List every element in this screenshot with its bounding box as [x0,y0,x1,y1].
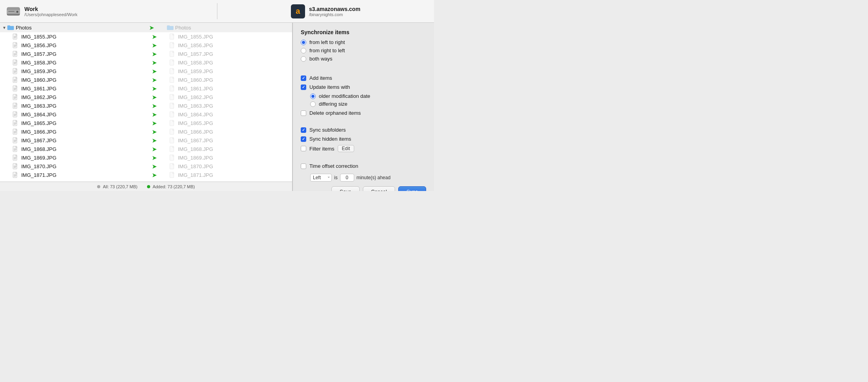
file-row[interactable]: IMG_1860.JPG➤ IMG_1860.JPG [0,75,292,84]
header: Work /Users/johnappleseed/Work a s3.amaz… [0,0,434,23]
radio-older-mod[interactable]: older modification date [310,93,426,99]
file-arrow: ➤ [143,119,166,127]
file-row[interactable]: IMG_1864.JPG➤ IMG_1864.JPG [0,110,292,119]
radio-input-left-to-right[interactable] [301,40,306,45]
time-offset-select[interactable]: Left Right [310,174,332,182]
radio-input-both-ways[interactable] [301,56,306,62]
file-icon-left [13,59,20,66]
arrow-right-icon: ➤ [152,171,157,179]
radio-diff-size[interactable]: differing size [310,101,426,107]
svg-rect-28 [14,72,17,72]
file-name-left: IMG_1858.JPG [21,60,143,66]
svg-rect-9 [14,38,16,38]
file-row[interactable]: IMG_1862.JPG➤ IMG_1862.JPG [0,93,292,101]
radio-both-ways[interactable]: both ways [301,56,426,62]
radio-right-to-left[interactable]: from right to left [301,48,426,53]
file-row[interactable]: IMG_1867.JPG➤ IMG_1867.JPG [0,136,292,145]
svg-rect-49 [14,107,16,107]
file-row[interactable]: IMG_1869.JPG➤ IMG_1869.JPG [0,153,292,162]
svg-rect-83 [14,167,17,167]
file-row[interactable]: IMG_1868.JPG➤ IMG_1868.JPG [0,145,292,153]
checkbox-sync-hidden[interactable]: ✓ Sync hidden items [301,136,426,142]
checkbox-delete-orphaned[interactable]: Delete orphaned items [301,110,426,116]
file-name-right: IMG_1868.JPG [178,146,213,152]
file-name-left: IMG_1862.JPG [21,94,143,100]
file-icon-right [169,120,177,126]
file-icon-right [169,137,177,143]
file-row[interactable]: IMG_1865.JPG➤ IMG_1865.JPG [0,119,292,127]
radio-dot-left-to-right [302,41,305,44]
file-name-right: IMG_1859.JPG [178,68,213,74]
checkbox-label-sync-hidden: Sync hidden items [309,136,351,142]
file-right-section: IMG_1860.JPG [166,77,291,83]
file-row[interactable]: IMG_1859.JPG➤ IMG_1859.JPG [0,67,292,75]
svg-rect-42 [14,97,17,97]
file-row[interactable]: IMG_1858.JPG➤ IMG_1858.JPG [0,58,292,67]
radio-input-right-to-left[interactable] [301,48,306,53]
file-row[interactable]: IMG_1866.JPG➤ IMG_1866.JPG [0,127,292,136]
file-icon-left [13,137,20,143]
file-list[interactable]: ▼ Photos ➤ Photos [0,23,292,182]
file-row[interactable]: IMG_1863.JPG➤ IMG_1863.JPG [0,101,292,110]
file-icon-left [13,51,20,57]
checkbox-box-add-items[interactable]: ✓ [301,75,306,81]
file-icon-left [13,172,20,178]
header-title-left: Work [24,6,77,12]
panel-bottom-buttons: Save Cancel Sync [301,182,426,191]
file-row[interactable]: IMG_1870.JPG➤ IMG_1870.JPG [0,162,292,171]
checkbox-box-delete-orphaned[interactable] [301,110,306,116]
arrow-right-icon: ➤ [152,102,157,110]
checkbox-label-add-items: Add items [309,75,332,81]
file-arrow: ➤ [143,59,166,66]
svg-rect-43 [14,97,17,98]
svg-rect-23 [14,63,17,63]
time-offset-input[interactable] [340,174,354,182]
svg-rect-72 [14,149,17,149]
time-minutes-label: minute(s) ahead [357,175,391,180]
checkbox-box-filter-items[interactable] [301,146,306,151]
filter-items-row: Filter items Edit [301,145,426,152]
radio-left-to-right[interactable]: from left to right [301,39,426,45]
svg-rect-73 [14,149,17,150]
radio-input-older-mod[interactable] [310,94,316,99]
filter-edit-button[interactable]: Edit [338,145,355,152]
checkbox-box-time-offset[interactable] [301,163,306,169]
disclosure-triangle[interactable]: ▼ [2,25,7,30]
checkbox-box-sync-hidden[interactable]: ✓ [301,136,306,142]
checkbox-update-items[interactable]: ✓ Update items with [301,84,426,90]
file-right-section: IMG_1856.JPG [166,42,291,48]
file-arrow: ➤ [143,102,166,110]
file-row[interactable]: IMG_1855.JPG➤ IMG_1855.JPG [0,32,292,41]
arrow-right-icon: ➤ [152,76,157,84]
folder-row[interactable]: ▼ Photos ➤ Photos [0,23,292,32]
file-row[interactable]: IMG_1861.JPG➤ IMG_1861.JPG [0,84,292,93]
file-icon-right [169,103,177,109]
radio-label-right-to-left: from right to left [309,48,345,53]
file-name-right: IMG_1864.JPG [178,112,213,118]
svg-rect-53 [14,115,17,115]
file-name-right: IMG_1856.JPG [178,42,213,48]
checkbox-box-update-items[interactable]: ✓ [301,84,306,90]
file-row[interactable]: IMG_1871.JPG➤ IMG_1871.JPG [0,171,292,179]
checkbox-sync-subfolders[interactable]: ✓ Sync subfolders [301,127,426,133]
arrow-right-icon: ➤ [152,33,157,40]
svg-rect-89 [14,176,16,176]
update-sub-radio-group: older modification date differing size [310,93,426,107]
file-name-left: IMG_1859.JPG [21,68,143,74]
file-icon-right [169,51,177,57]
file-row[interactable]: IMG_1857.JPG➤ IMG_1857.JPG [0,50,292,58]
checkbox-add-items[interactable]: ✓ Add items [301,75,426,81]
radio-input-diff-size[interactable] [310,101,316,107]
sync-button[interactable]: Sync [398,186,426,191]
save-button[interactable]: Save [331,186,360,191]
file-name-right: IMG_1860.JPG [178,77,213,83]
checkbox-time-offset[interactable]: Time offset correction [301,163,426,169]
svg-rect-38 [14,89,17,89]
svg-rect-14 [14,46,16,47]
cancel-button[interactable]: Cancel [363,186,395,191]
svg-rect-19 [14,55,16,55]
file-icon-right [169,33,177,40]
file-icon-right [169,111,177,118]
file-row[interactable]: IMG_1856.JPG➤ IMG_1856.JPG [0,41,292,50]
checkbox-box-sync-subfolders[interactable]: ✓ [301,127,306,133]
